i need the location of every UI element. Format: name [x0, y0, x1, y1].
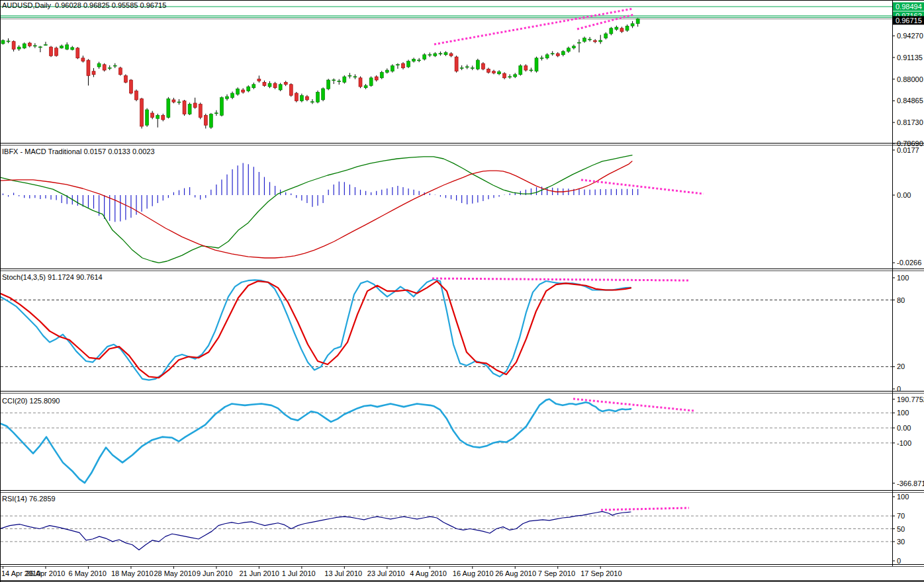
candle-bear	[92, 71, 95, 75]
candle-bull	[412, 59, 416, 61]
candle-bull	[71, 48, 74, 50]
candle-bull	[310, 102, 314, 103]
candle-bull	[551, 54, 554, 54]
candle-bull	[156, 115, 160, 118]
candle-bear	[55, 48, 58, 56]
candle-bull	[332, 80, 336, 81]
date-axis-strip[interactable]	[0, 567, 924, 581]
candle-bull	[300, 95, 303, 101]
trendline-macd[interactable]	[581, 180, 704, 194]
candle-bull	[636, 19, 639, 24]
candle-bull	[177, 102, 181, 103]
candle-bear	[28, 43, 31, 46]
candle-bear	[103, 65, 106, 70]
candle-bear	[199, 104, 202, 118]
candle-bear	[135, 91, 138, 100]
candle-bear	[242, 90, 245, 92]
candle-bull	[209, 114, 212, 128]
candle-bull	[530, 70, 533, 71]
candle-bull	[214, 113, 218, 114]
candle-bear	[12, 42, 15, 50]
candle-bear	[556, 54, 559, 56]
macd-line	[0, 155, 632, 263]
candle-bull	[353, 77, 357, 77]
candle-bull	[610, 28, 613, 34]
candle-bull	[567, 48, 570, 52]
chart-window: 0.984940.971620.967150.942700.911350.880…	[0, 0, 924, 582]
candle-bull	[252, 85, 255, 88]
candle-bull	[439, 54, 442, 54]
candle-bull	[97, 63, 101, 67]
candle-bull	[348, 75, 351, 76]
candle-bear	[486, 69, 490, 72]
candle-bear	[172, 100, 175, 102]
candle-bull	[220, 98, 223, 116]
candle-bull	[7, 41, 10, 42]
candle-bull	[167, 99, 170, 117]
candle-bull	[465, 67, 469, 67]
candle-bull	[17, 47, 21, 49]
candle-bull	[33, 46, 36, 46]
candle-bull	[38, 47, 42, 48]
candle-bear	[402, 63, 405, 68]
candle-bear	[257, 79, 261, 81]
price-axis-strip[interactable]	[893, 0, 924, 566]
candle-bear	[492, 71, 496, 73]
candle-bear	[284, 82, 287, 84]
candle-bull	[423, 55, 426, 60]
candle-bull	[508, 77, 512, 77]
candle-bull	[385, 70, 389, 72]
candle-bear	[524, 65, 528, 70]
trendline-price[interactable]	[434, 9, 633, 44]
candle-bear	[263, 82, 266, 85]
candle-bear	[76, 48, 79, 58]
macd-signal-line	[0, 161, 632, 258]
cci-panel-title: CCI(20) 125.8090	[2, 397, 60, 405]
candle-bull	[583, 38, 586, 42]
candle-bull	[316, 92, 320, 102]
candle-bull	[407, 62, 410, 67]
candle-bear	[594, 40, 597, 42]
candle-bull	[615, 27, 618, 29]
candle-bull	[444, 52, 447, 54]
candle-bull	[434, 54, 437, 56]
candle-bull	[44, 45, 47, 46]
candle-bull	[226, 97, 229, 99]
stoch-panel-title: Stoch(14,3,5) 91.1724 90.7614	[2, 273, 103, 281]
candle-bull	[418, 60, 421, 61]
candle-bear	[50, 47, 53, 56]
trendline-rsi[interactable]	[601, 508, 689, 510]
candle-bull	[540, 58, 543, 59]
stoch-d-line	[0, 281, 631, 378]
candle-bear	[289, 85, 293, 96]
candle-bull	[561, 52, 565, 55]
candle-bull	[380, 72, 383, 77]
candle-bull	[476, 60, 479, 69]
candle-bull	[535, 58, 538, 71]
candle-bull	[364, 85, 367, 87]
candle-bear	[375, 77, 378, 80]
candle-bear	[151, 113, 154, 118]
candle-bear	[273, 83, 277, 88]
candle-bear	[455, 57, 458, 71]
trendline-stoch[interactable]	[432, 278, 688, 280]
stoch-k-line	[0, 280, 631, 380]
candle-bull	[146, 110, 149, 125]
candle-bear	[124, 75, 127, 82]
candle-bull	[108, 68, 111, 69]
candle-bull	[268, 83, 271, 87]
candle-bull	[1, 40, 5, 44]
candle-bull	[577, 42, 580, 43]
candle-bull	[369, 78, 373, 86]
rsi-line	[0, 511, 631, 550]
candle-bull	[599, 40, 602, 42]
candle-bull	[631, 24, 634, 26]
candle-bull	[428, 55, 432, 56]
candle-bull	[545, 55, 549, 58]
candle-bear	[449, 54, 453, 56]
candle-bull	[236, 89, 240, 94]
rsi-panel-title: RSI(14) 76.2859	[2, 495, 56, 503]
candle-bear	[503, 73, 506, 78]
candle-bear	[183, 101, 186, 114]
candle-bull	[588, 39, 592, 40]
